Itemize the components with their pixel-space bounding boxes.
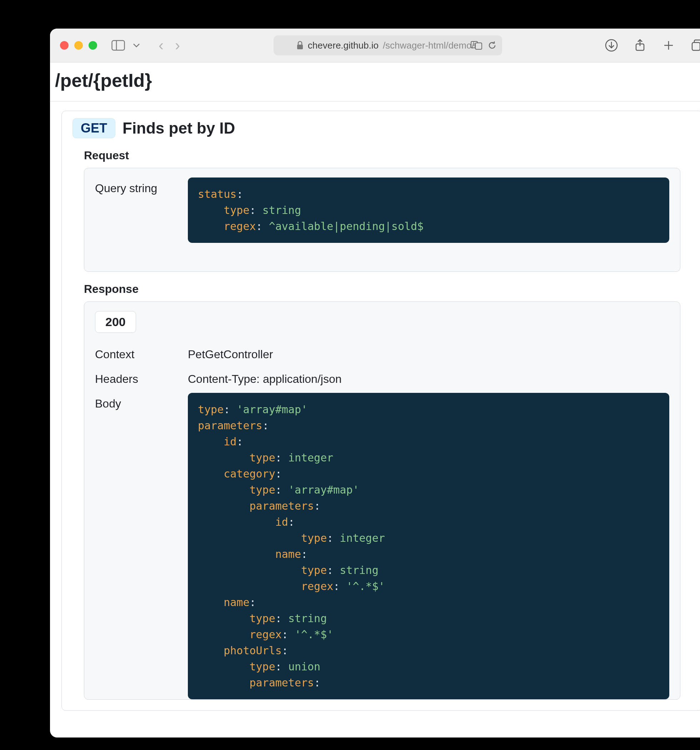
url-host: chevere.github.io bbox=[308, 40, 378, 51]
query-string-label: Query string bbox=[95, 177, 188, 195]
address-bar[interactable]: chevere.github.io/schwager-html/demo/o A bbox=[274, 35, 502, 55]
lock-icon bbox=[297, 41, 303, 50]
operation-summary: Finds pet by ID bbox=[123, 119, 235, 137]
browser-window: ‹ › chevere.github.io/schwager-html/demo… bbox=[50, 29, 700, 738]
svg-rect-2 bbox=[297, 45, 303, 49]
nav-back-icon[interactable]: ‹ bbox=[154, 37, 168, 54]
window-controls bbox=[60, 41, 97, 50]
downloads-icon[interactable] bbox=[604, 38, 618, 52]
sidebar-toggle-icon[interactable] bbox=[111, 40, 125, 51]
request-panel: Query string status: type: string regex:… bbox=[84, 168, 680, 272]
url-path: /schwager-html/demo/o bbox=[383, 40, 479, 51]
close-window-icon[interactable] bbox=[60, 41, 69, 50]
body-code: type: 'array#map' parameters: id: type: … bbox=[188, 393, 669, 699]
response-panel: 200 Context PetGetController Headers Con… bbox=[84, 301, 680, 700]
status-code-badge: 200 bbox=[95, 311, 136, 333]
http-method-badge: GET bbox=[72, 118, 115, 138]
maximize-window-icon[interactable] bbox=[89, 41, 97, 50]
chevron-down-icon[interactable] bbox=[133, 43, 140, 48]
endpoint-path-heading: /pet/{petId} bbox=[50, 70, 700, 101]
page-content: /pet/{petId} GET Finds pet by ID Request… bbox=[50, 63, 700, 711]
svg-text:A: A bbox=[473, 43, 476, 48]
headers-value: Content-Type: application/json bbox=[188, 368, 342, 386]
request-section-label: Request bbox=[84, 149, 692, 162]
new-tab-icon[interactable] bbox=[662, 38, 676, 52]
context-value: PetGetController bbox=[188, 344, 273, 361]
svg-rect-4 bbox=[475, 43, 482, 49]
nav-forward-icon[interactable]: › bbox=[171, 37, 184, 54]
reload-icon[interactable] bbox=[487, 40, 497, 50]
titlebar: ‹ › chevere.github.io/schwager-html/demo… bbox=[50, 29, 700, 63]
share-icon[interactable] bbox=[633, 38, 647, 52]
response-section-label: Response bbox=[84, 283, 692, 296]
svg-rect-0 bbox=[112, 41, 125, 50]
headers-label: Headers bbox=[95, 368, 188, 386]
operation-panel: GET Finds pet by ID Request Query string… bbox=[62, 111, 700, 711]
context-label: Context bbox=[95, 344, 188, 361]
translate-icon[interactable]: A bbox=[471, 40, 482, 50]
minimize-window-icon[interactable] bbox=[74, 41, 83, 50]
svg-rect-12 bbox=[692, 43, 700, 50]
body-label: Body bbox=[95, 393, 188, 410]
tabs-overview-icon[interactable] bbox=[690, 38, 700, 52]
query-string-code: status: type: string regex: ^available|p… bbox=[188, 177, 669, 243]
